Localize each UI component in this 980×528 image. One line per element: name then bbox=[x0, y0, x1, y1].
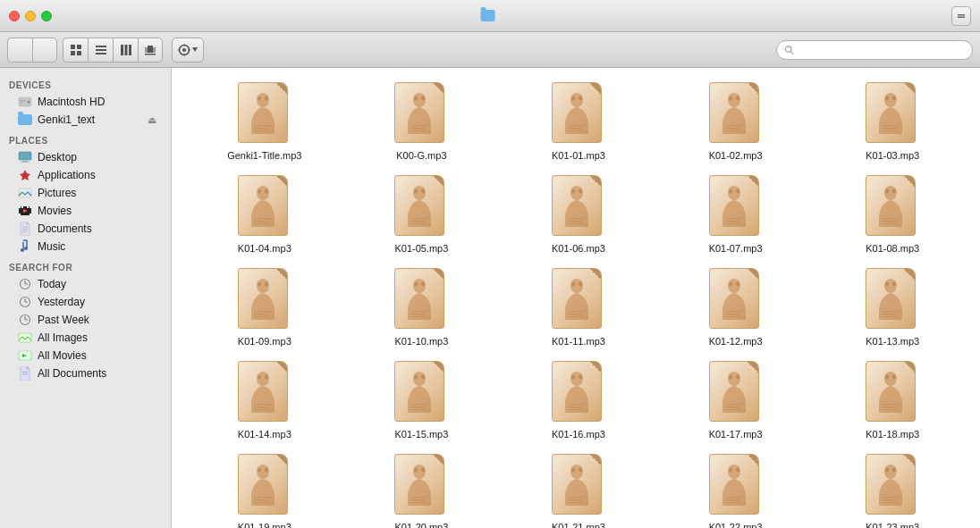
file-label: K01-21.mp3 bbox=[552, 522, 605, 528]
svg-rect-179 bbox=[882, 404, 900, 406]
documents-icon bbox=[18, 222, 32, 236]
sidebar-item-yesterday[interactable]: Yesterday bbox=[4, 293, 167, 311]
sidebar-item-all-documents[interactable]: All Documents bbox=[4, 365, 167, 382]
svg-point-63 bbox=[258, 96, 261, 101]
expand-button[interactable] bbox=[951, 6, 971, 26]
icon-view-button[interactable] bbox=[63, 38, 88, 63]
svg-rect-10 bbox=[124, 45, 127, 55]
back-button[interactable] bbox=[7, 38, 32, 63]
file-item[interactable]: K01-14.mp3 bbox=[186, 356, 343, 445]
svg-rect-113 bbox=[725, 218, 743, 220]
svg-rect-162 bbox=[410, 406, 425, 408]
file-item[interactable]: K01-08.mp3 bbox=[814, 170, 971, 259]
file-item[interactable]: K01-12.mp3 bbox=[657, 263, 815, 352]
svg-point-94 bbox=[265, 189, 268, 194]
svg-rect-167 bbox=[568, 404, 586, 406]
svg-rect-210 bbox=[882, 499, 896, 501]
file-item[interactable]: K01-23.mp3 bbox=[814, 448, 971, 528]
svg-point-82 bbox=[736, 96, 739, 101]
file-item[interactable]: K01-15.mp3 bbox=[343, 356, 501, 445]
sidebar-item-all-images[interactable]: All Images bbox=[4, 329, 167, 347]
svg-rect-1 bbox=[958, 16, 965, 18]
sidebar-item-label: All Documents bbox=[38, 367, 106, 380]
file-item[interactable]: K01-18.mp3 bbox=[814, 356, 971, 445]
eject-button[interactable]: ⏏ bbox=[146, 113, 158, 126]
svg-rect-66 bbox=[254, 128, 268, 130]
mp3-icon-img bbox=[394, 268, 444, 329]
mp3-icon bbox=[866, 361, 919, 425]
file-item[interactable]: K01-11.mp3 bbox=[500, 263, 657, 352]
svg-rect-97 bbox=[254, 223, 270, 225]
svg-point-141 bbox=[729, 282, 732, 287]
file-item[interactable]: K01-19.mp3 bbox=[186, 448, 343, 528]
search-input[interactable] bbox=[798, 44, 965, 56]
coverflow-view-button[interactable] bbox=[138, 38, 163, 63]
sidebar-item-today[interactable]: Today bbox=[4, 275, 167, 293]
file-item[interactable]: K01-01.mp3 bbox=[500, 77, 657, 166]
column-view-button[interactable] bbox=[113, 38, 138, 63]
file-item[interactable]: K01-05.mp3 bbox=[343, 170, 501, 259]
mp3-icon bbox=[394, 82, 448, 147]
movies-icon bbox=[18, 204, 32, 218]
svg-rect-185 bbox=[254, 497, 272, 499]
mp3-icon-img bbox=[709, 175, 759, 236]
file-item[interactable]: K01-07.mp3 bbox=[657, 170, 815, 259]
sidebar-item-documents[interactable]: Documents bbox=[4, 220, 167, 238]
sidebar-item-applications[interactable]: Applications bbox=[4, 166, 167, 184]
file-label: K01-08.mp3 bbox=[866, 243, 919, 254]
file-area[interactable]: Genki1-Title.mp3 K00-G.mp3 bbox=[172, 68, 980, 528]
file-label: K01-06.mp3 bbox=[552, 243, 605, 254]
file-item[interactable]: K01-06.mp3 bbox=[500, 170, 657, 259]
mp3-icon bbox=[394, 454, 448, 518]
svg-rect-114 bbox=[725, 221, 739, 222]
svg-point-69 bbox=[414, 96, 418, 101]
mp3-icon-img bbox=[552, 361, 602, 422]
svg-rect-131 bbox=[410, 311, 428, 313]
svg-point-81 bbox=[729, 96, 732, 101]
svg-rect-192 bbox=[410, 499, 425, 501]
sidebar-item-movies[interactable]: Movies bbox=[4, 202, 167, 220]
svg-rect-121 bbox=[882, 223, 898, 225]
file-item[interactable]: K01-20.mp3 bbox=[343, 448, 501, 528]
svg-rect-157 bbox=[254, 409, 270, 411]
sidebar-item-music[interactable]: Music bbox=[4, 238, 167, 256]
file-label: K01-18.mp3 bbox=[866, 429, 919, 440]
file-item[interactable]: K01-13.mp3 bbox=[814, 263, 971, 352]
file-item[interactable]: Genki1-Title.mp3 bbox=[186, 77, 343, 166]
file-item[interactable]: K01-03.mp3 bbox=[814, 77, 971, 166]
sidebar-item-all-movies[interactable]: All Movies bbox=[4, 347, 167, 365]
sidebar-item-past-week[interactable]: Past Week bbox=[4, 311, 167, 329]
file-item[interactable]: K01-16.mp3 bbox=[500, 356, 657, 445]
sidebar-item-desktop[interactable]: Desktop bbox=[4, 148, 167, 166]
action-button[interactable] bbox=[172, 38, 204, 63]
svg-point-117 bbox=[885, 189, 889, 194]
sidebar-item-macintosh-hd[interactable]: Macintosh HD bbox=[4, 93, 167, 111]
file-label: K01-07.mp3 bbox=[709, 243, 763, 254]
file-item[interactable]: K01-17.mp3 bbox=[657, 356, 815, 445]
list-view-button[interactable] bbox=[88, 38, 113, 63]
file-item[interactable]: K01-21.mp3 bbox=[500, 448, 657, 528]
mp3-icon bbox=[709, 268, 763, 332]
file-item[interactable]: K01-10.mp3 bbox=[343, 263, 501, 352]
svg-rect-173 bbox=[725, 404, 743, 406]
file-item[interactable]: K01-04.mp3 bbox=[186, 170, 343, 259]
close-button[interactable] bbox=[9, 11, 20, 21]
sidebar-item-label: Past Week bbox=[38, 314, 89, 326]
svg-rect-91 bbox=[882, 130, 898, 132]
maximize-button[interactable] bbox=[41, 11, 52, 21]
file-item[interactable]: K00-G.mp3 bbox=[343, 77, 501, 166]
file-item[interactable]: K01-02.mp3 bbox=[657, 77, 815, 166]
sidebar-item-pictures[interactable]: Pictures bbox=[4, 184, 167, 202]
mp3-icon bbox=[238, 82, 291, 147]
sidebar-item-genki1-text[interactable]: Genki1_text ⏏ bbox=[4, 111, 167, 129]
file-item[interactable]: K01-22.mp3 bbox=[657, 448, 815, 528]
svg-rect-174 bbox=[725, 406, 739, 408]
sidebar-item-label: Pictures bbox=[38, 187, 76, 199]
window-controls bbox=[9, 11, 52, 21]
forward-button[interactable] bbox=[32, 38, 57, 63]
file-item[interactable]: K01-09.mp3 bbox=[186, 263, 343, 352]
svg-rect-168 bbox=[568, 406, 582, 408]
minimize-button[interactable] bbox=[25, 11, 36, 21]
mp3-icon-img bbox=[709, 268, 759, 329]
search-bar[interactable] bbox=[776, 40, 973, 60]
